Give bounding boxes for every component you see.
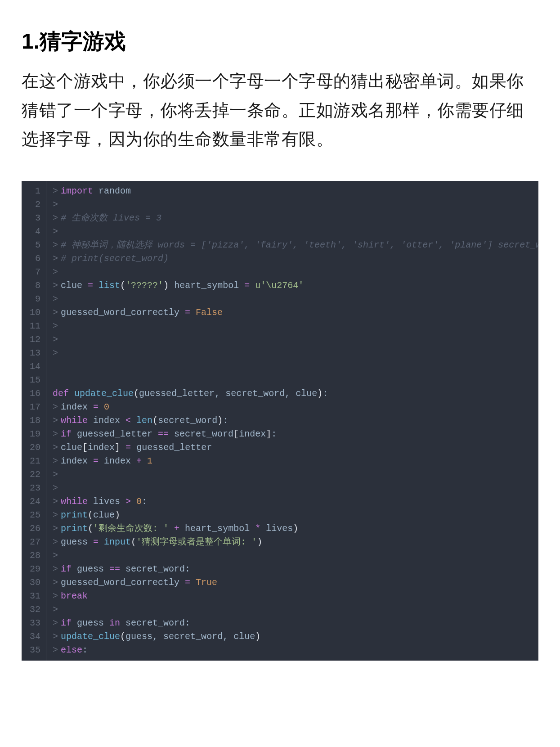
prompt-marker: > — [53, 576, 58, 590]
prompt-marker: > — [53, 441, 58, 454]
code-line: > guess = input('猜测字母或者是整个单词: ') — [53, 536, 538, 549]
line-number: 7 — [30, 266, 40, 279]
code-tokens: while index < len(secret_word): — [61, 414, 228, 428]
code-tokens: # 神秘单词，随机选择 words = ['pizza', 'fairy', '… — [61, 238, 538, 252]
line-number: 17 — [30, 400, 40, 414]
code-line: > while index < len(secret_word): — [53, 414, 538, 428]
line-number: 2 — [30, 198, 40, 212]
code-line: > — [53, 482, 538, 495]
code-line: > update_clue(guess, secret_word, clue) — [53, 630, 538, 644]
code-line: > print(clue) — [53, 508, 538, 522]
code-tokens: # 生命次数 lives = 3 — [61, 212, 161, 225]
code-tokens: guess = input('猜测字母或者是整个单词: ') — [61, 536, 262, 549]
line-number: 25 — [30, 508, 40, 522]
prompt-marker: > — [53, 414, 58, 428]
line-number: 8 — [30, 279, 40, 292]
page-description: 在这个游戏中，你必须一个字母一个字母的猜出秘密单词。如果你猜错了一个字母，你将丢… — [22, 67, 538, 154]
code-line — [53, 374, 538, 387]
code-tokens: print(clue) — [61, 508, 120, 522]
prompt-marker: > — [53, 562, 58, 576]
code-line: > — [53, 603, 538, 616]
code-line: > index = index + 1 — [53, 454, 538, 468]
line-number: 9 — [30, 292, 40, 306]
line-number: 13 — [30, 346, 40, 360]
code-line: > — [53, 468, 538, 482]
code-tokens: index = 0 — [61, 400, 109, 414]
prompt-marker: > — [53, 252, 58, 266]
code-line: > while lives > 0: — [53, 495, 538, 508]
line-number: 11 — [30, 320, 40, 333]
code-line: >import random — [53, 184, 538, 198]
code-line: > # 神秘单词，随机选择 words = ['pizza', 'fairy',… — [53, 238, 538, 252]
line-number: 20 — [30, 441, 40, 454]
line-number: 27 — [30, 536, 40, 549]
line-number: 6 — [30, 252, 40, 266]
prompt-marker: > — [53, 212, 58, 225]
line-number: 3 — [30, 212, 40, 225]
line-number: 10 — [30, 306, 40, 320]
code-tokens: # print(secret_word) — [61, 252, 169, 266]
code-tokens: if guessed_letter == secret_word[index]: — [61, 428, 277, 441]
prompt-marker: > — [53, 400, 58, 414]
prompt-marker: > — [53, 468, 58, 482]
code-line: > guessed_word_correctly = False — [53, 306, 538, 320]
code-tokens: def update_clue(guessed_letter, secret_w… — [53, 387, 328, 400]
line-number-gutter: 1234567891011121314151617181920212223242… — [22, 181, 46, 661]
line-number: 24 — [30, 495, 40, 508]
prompt-marker: > — [53, 225, 58, 238]
code-line: > — [53, 266, 538, 279]
code-line — [53, 360, 538, 374]
prompt-marker: > — [53, 279, 58, 292]
code-line: > — [53, 225, 538, 238]
line-number: 22 — [30, 468, 40, 482]
prompt-marker: > — [53, 630, 58, 644]
prompt-marker: > — [53, 536, 58, 549]
page-title: 1.猜字游戏 — [22, 27, 538, 56]
code-tokens: index = index + 1 — [61, 454, 152, 468]
prompt-marker: > — [53, 320, 58, 333]
prompt-marker: > — [53, 184, 58, 198]
prompt-marker: > — [53, 198, 58, 212]
code-tokens: break — [61, 590, 88, 603]
line-number: 5 — [30, 238, 40, 252]
prompt-marker: > — [53, 495, 58, 508]
prompt-marker: > — [53, 306, 58, 320]
prompt-marker: > — [53, 603, 58, 616]
line-number: 33 — [30, 616, 40, 630]
line-number: 14 — [30, 360, 40, 374]
code-line: > # print(secret_word) — [53, 252, 538, 266]
prompt-marker: > — [53, 522, 58, 536]
code-line: > index = 0 — [53, 400, 538, 414]
line-number: 23 — [30, 482, 40, 495]
code-line: def update_clue(guessed_letter, secret_w… — [53, 387, 538, 400]
prompt-marker: > — [53, 428, 58, 441]
prompt-marker: > — [53, 508, 58, 522]
prompt-marker: > — [53, 590, 58, 603]
line-number: 16 — [30, 387, 40, 400]
code-line: > if guess in secret_word: — [53, 616, 538, 630]
line-number: 32 — [30, 603, 40, 616]
code-tokens: clue[index] = guessed_letter — [61, 441, 212, 454]
code-tokens: guessed_word_correctly = False — [61, 306, 223, 320]
line-number: 30 — [30, 576, 40, 590]
prompt-marker: > — [53, 454, 58, 468]
code-line: > if guessed_letter == secret_word[index… — [53, 428, 538, 441]
prompt-marker: > — [53, 549, 58, 562]
prompt-marker: > — [53, 482, 58, 495]
code-line: > — [53, 549, 538, 562]
code-tokens: else: — [61, 644, 88, 657]
code-line: > print('剩余生命次数: ' + heart_symbol * live… — [53, 522, 538, 536]
code-tokens: print('剩余生命次数: ' + heart_symbol * lives) — [61, 522, 298, 536]
line-number: 29 — [30, 562, 40, 576]
line-number: 18 — [30, 414, 40, 428]
code-tokens: guessed_word_correctly = True — [61, 576, 217, 590]
code-tokens: clue = list('?????') heart_symbol = u'\u… — [61, 279, 304, 292]
prompt-marker: > — [53, 292, 58, 306]
code-line: > # 生命次数 lives = 3 — [53, 212, 538, 225]
code-line: > — [53, 198, 538, 212]
code-line: > — [53, 346, 538, 360]
code-line: > — [53, 320, 538, 333]
line-number: 21 — [30, 454, 40, 468]
prompt-marker: > — [53, 644, 58, 657]
code-tokens: while lives > 0: — [61, 495, 147, 508]
